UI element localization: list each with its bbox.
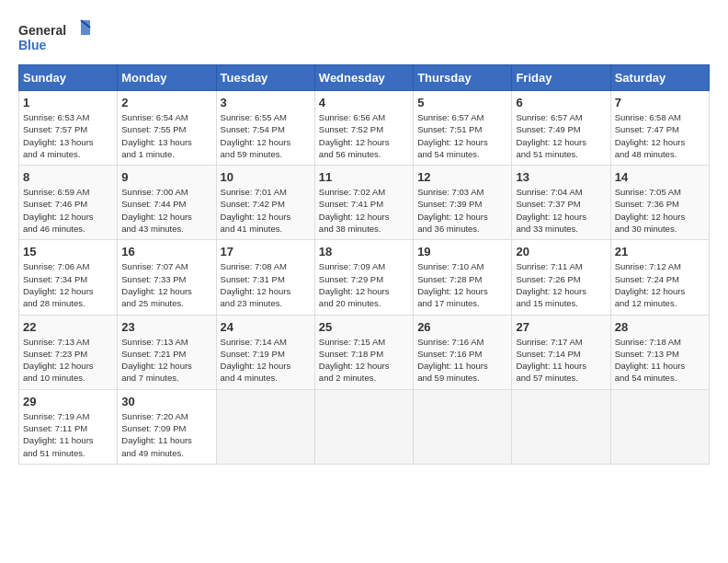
day-info: Sunrise: 6:58 AM Sunset: 7:47 PM Dayligh… <box>615 111 705 160</box>
calendar-cell: 24Sunrise: 7:14 AM Sunset: 7:19 PM Dayli… <box>216 315 314 389</box>
day-number: 24 <box>221 320 311 334</box>
calendar-cell: 29Sunrise: 7:19 AM Sunset: 7:11 PM Dayli… <box>19 389 118 464</box>
day-number: 1 <box>23 96 113 109</box>
calendar-cell: 5Sunrise: 6:57 AM Sunset: 7:51 PM Daylig… <box>414 91 512 166</box>
day-number: 28 <box>615 320 705 334</box>
day-number: 29 <box>23 395 113 408</box>
calendar-cell: 22Sunrise: 7:13 AM Sunset: 7:23 PM Dayli… <box>19 315 118 389</box>
calendar-week-3: 15Sunrise: 7:06 AM Sunset: 7:34 PM Dayli… <box>19 240 710 315</box>
day-info: Sunrise: 7:20 AM Sunset: 7:09 PM Dayligh… <box>121 410 211 459</box>
calendar-cell: 27Sunrise: 7:17 AM Sunset: 7:14 PM Dayli… <box>512 315 610 389</box>
day-info: Sunrise: 6:53 AM Sunset: 7:57 PM Dayligh… <box>23 111 113 160</box>
day-info: Sunrise: 6:56 AM Sunset: 7:52 PM Dayligh… <box>319 111 409 160</box>
calendar-cell <box>216 389 314 464</box>
day-number: 12 <box>417 170 507 184</box>
day-number: 22 <box>23 320 113 334</box>
calendar-cell: 6Sunrise: 6:57 AM Sunset: 7:49 PM Daylig… <box>512 91 610 166</box>
calendar-cell: 14Sunrise: 7:05 AM Sunset: 7:36 PM Dayli… <box>610 166 709 240</box>
day-info: Sunrise: 7:13 AM Sunset: 7:21 PM Dayligh… <box>121 336 211 385</box>
day-number: 6 <box>516 96 606 109</box>
calendar-cell: 25Sunrise: 7:15 AM Sunset: 7:18 PM Dayli… <box>314 315 413 389</box>
calendar-cell: 16Sunrise: 7:07 AM Sunset: 7:33 PM Dayli… <box>118 240 216 315</box>
day-info: Sunrise: 7:19 AM Sunset: 7:11 PM Dayligh… <box>23 410 113 459</box>
day-number: 9 <box>121 170 211 184</box>
day-number: 5 <box>417 96 507 109</box>
calendar-cell: 12Sunrise: 7:03 AM Sunset: 7:39 PM Dayli… <box>414 166 512 240</box>
weekday-header-monday: Monday <box>118 65 216 91</box>
calendar-cell: 13Sunrise: 7:04 AM Sunset: 7:37 PM Dayli… <box>512 166 610 240</box>
day-info: Sunrise: 6:54 AM Sunset: 7:55 PM Dayligh… <box>121 111 211 160</box>
calendar-cell: 7Sunrise: 6:58 AM Sunset: 7:47 PM Daylig… <box>610 91 709 166</box>
day-info: Sunrise: 7:12 AM Sunset: 7:24 PM Dayligh… <box>615 260 705 309</box>
day-number: 8 <box>23 170 113 184</box>
logo: General Blue <box>18 18 92 55</box>
calendar-cell: 30Sunrise: 7:20 AM Sunset: 7:09 PM Dayli… <box>118 389 216 464</box>
calendar-cell: 26Sunrise: 7:16 AM Sunset: 7:16 PM Dayli… <box>414 315 512 389</box>
logo-svg: General Blue <box>18 18 92 55</box>
weekday-header-tuesday: Tuesday <box>216 65 314 91</box>
calendar-cell: 28Sunrise: 7:18 AM Sunset: 7:13 PM Dayli… <box>610 315 709 389</box>
svg-text:General: General <box>18 23 66 38</box>
calendar-cell: 19Sunrise: 7:10 AM Sunset: 7:28 PM Dayli… <box>414 240 512 315</box>
calendar-cell <box>610 389 709 464</box>
day-info: Sunrise: 7:16 AM Sunset: 7:16 PM Dayligh… <box>417 336 507 385</box>
calendar-cell: 1Sunrise: 6:53 AM Sunset: 7:57 PM Daylig… <box>19 91 118 166</box>
weekday-header-sunday: Sunday <box>19 65 118 91</box>
day-number: 7 <box>615 96 705 109</box>
day-info: Sunrise: 7:08 AM Sunset: 7:31 PM Dayligh… <box>221 260 311 309</box>
calendar-cell: 15Sunrise: 7:06 AM Sunset: 7:34 PM Dayli… <box>19 240 118 315</box>
day-info: Sunrise: 7:17 AM Sunset: 7:14 PM Dayligh… <box>516 336 606 385</box>
day-number: 2 <box>121 96 211 109</box>
day-info: Sunrise: 7:04 AM Sunset: 7:37 PM Dayligh… <box>516 186 606 235</box>
day-number: 13 <box>516 170 606 184</box>
day-number: 16 <box>121 245 211 259</box>
calendar-week-5: 29Sunrise: 7:19 AM Sunset: 7:11 PM Dayli… <box>19 389 710 464</box>
calendar-cell: 8Sunrise: 6:59 AM Sunset: 7:46 PM Daylig… <box>19 166 118 240</box>
calendar-week-4: 22Sunrise: 7:13 AM Sunset: 7:23 PM Dayli… <box>19 315 710 389</box>
day-info: Sunrise: 7:02 AM Sunset: 7:41 PM Dayligh… <box>319 186 409 235</box>
day-info: Sunrise: 7:13 AM Sunset: 7:23 PM Dayligh… <box>23 336 113 385</box>
day-info: Sunrise: 7:18 AM Sunset: 7:13 PM Dayligh… <box>615 336 705 385</box>
day-info: Sunrise: 7:14 AM Sunset: 7:19 PM Dayligh… <box>221 336 311 385</box>
day-info: Sunrise: 6:55 AM Sunset: 7:54 PM Dayligh… <box>221 111 311 160</box>
calendar-week-1: 1Sunrise: 6:53 AM Sunset: 7:57 PM Daylig… <box>19 91 710 166</box>
calendar-cell: 2Sunrise: 6:54 AM Sunset: 7:55 PM Daylig… <box>118 91 216 166</box>
day-info: Sunrise: 7:15 AM Sunset: 7:18 PM Dayligh… <box>319 336 409 385</box>
day-number: 18 <box>319 245 409 259</box>
day-number: 19 <box>417 245 507 259</box>
calendar-cell: 20Sunrise: 7:11 AM Sunset: 7:26 PM Dayli… <box>512 240 610 315</box>
calendar-cell: 21Sunrise: 7:12 AM Sunset: 7:24 PM Dayli… <box>610 240 709 315</box>
calendar-cell: 3Sunrise: 6:55 AM Sunset: 7:54 PM Daylig… <box>216 91 314 166</box>
weekday-header-saturday: Saturday <box>610 65 709 91</box>
calendar-table: SundayMondayTuesdayWednesdayThursdayFrid… <box>18 64 710 465</box>
weekday-header-friday: Friday <box>512 65 610 91</box>
day-info: Sunrise: 7:09 AM Sunset: 7:29 PM Dayligh… <box>319 260 409 309</box>
day-number: 25 <box>319 320 409 334</box>
calendar-cell: 4Sunrise: 6:56 AM Sunset: 7:52 PM Daylig… <box>314 91 413 166</box>
calendar-cell: 18Sunrise: 7:09 AM Sunset: 7:29 PM Dayli… <box>314 240 413 315</box>
calendar-cell: 9Sunrise: 7:00 AM Sunset: 7:44 PM Daylig… <box>118 166 216 240</box>
day-info: Sunrise: 6:57 AM Sunset: 7:51 PM Dayligh… <box>417 111 507 160</box>
day-number: 20 <box>516 245 606 259</box>
day-info: Sunrise: 7:03 AM Sunset: 7:39 PM Dayligh… <box>417 186 507 235</box>
day-number: 15 <box>23 245 113 259</box>
calendar-cell: 10Sunrise: 7:01 AM Sunset: 7:42 PM Dayli… <box>216 166 314 240</box>
day-number: 21 <box>615 245 705 259</box>
day-number: 10 <box>221 170 311 184</box>
day-number: 23 <box>121 320 211 334</box>
day-number: 26 <box>417 320 507 334</box>
weekday-header-wednesday: Wednesday <box>314 65 413 91</box>
page-header: General Blue <box>18 18 710 55</box>
weekday-header-thursday: Thursday <box>414 65 512 91</box>
calendar-cell: 23Sunrise: 7:13 AM Sunset: 7:21 PM Dayli… <box>118 315 216 389</box>
day-number: 3 <box>221 96 311 109</box>
svg-text:Blue: Blue <box>18 38 47 52</box>
day-number: 27 <box>516 320 606 334</box>
day-info: Sunrise: 7:10 AM Sunset: 7:28 PM Dayligh… <box>417 260 507 309</box>
day-info: Sunrise: 6:59 AM Sunset: 7:46 PM Dayligh… <box>23 186 113 235</box>
calendar-cell <box>512 389 610 464</box>
day-info: Sunrise: 6:57 AM Sunset: 7:49 PM Dayligh… <box>516 111 606 160</box>
day-number: 14 <box>615 170 705 184</box>
calendar-cell: 11Sunrise: 7:02 AM Sunset: 7:41 PM Dayli… <box>314 166 413 240</box>
day-number: 30 <box>121 395 211 408</box>
